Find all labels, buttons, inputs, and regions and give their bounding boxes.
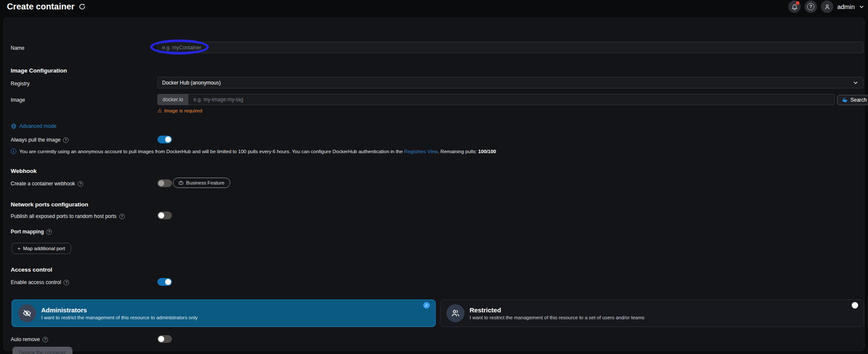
card-title: Restricted [470,306,645,314]
image-input[interactable] [188,94,835,105]
card-description: I want to restrict the management of thi… [470,315,645,320]
help-tooltip-icon[interactable]: ? [63,280,69,285]
map-additional-port-button[interactable]: + Map additional port [12,243,71,254]
card-text: Administrators I want to restrict the ma… [41,306,198,320]
auto-remove-toggle[interactable] [157,335,172,343]
create-webhook-toggle [157,179,172,187]
registry-label: Registry [11,81,30,87]
eye-slash-avatar [18,304,36,322]
user-avatar-button[interactable] [821,0,833,13]
eye-slash-icon [22,309,32,318]
publish-all-ports-toggle[interactable] [157,212,172,219]
publish-all-ports-label: Publish all exposed ports to random host… [11,213,125,219]
help-icon: ? [807,3,814,10]
globe-icon [11,123,17,129]
toggle-knob [158,212,164,218]
registry-select[interactable]: Docker Hub (anonymous) [157,77,863,88]
enable-access-control-label: Enable access control ? [11,279,69,285]
image-registry-prefix: docker.io [157,94,188,105]
notification-dot [796,1,799,5]
briefcase-icon [178,180,184,185]
port-mapping-label: Port mapping ? [11,229,52,235]
notice-text: You are currently using an anonymous acc… [19,149,404,154]
network-ports-heading: Network ports configuration [11,201,88,208]
page-title: Create container [7,2,86,12]
page: Create container ? admin [0,0,868,354]
username[interactable]: admin [837,3,855,10]
access-control-heading: Access control [11,266,52,273]
image-configuration-heading: Image Configuration [11,67,67,74]
image-required-error: ⚠ Image is required [157,108,202,114]
help-tooltip-icon[interactable]: ? [42,337,48,342]
help-tooltip-icon[interactable]: ? [119,214,125,219]
notice-text-2: . Remaining pulls: [438,149,479,154]
enable-access-control-toggle[interactable] [157,278,172,286]
webhook-heading: Webhook [11,168,37,174]
image-label: Image [11,97,25,103]
pull-limit-notice: i You are currently using an anonymous a… [11,148,496,154]
chevron-down-icon [853,80,859,86]
name-label: Name [11,45,24,51]
always-pull-toggle[interactable] [157,136,172,143]
toggle-knob [165,136,171,142]
deploy-container-button[interactable]: Deploy the container [12,347,72,354]
user-icon [824,3,831,10]
users-avatar [446,304,464,322]
image-input-group: docker.io [157,94,835,105]
help-button[interactable]: ? [805,0,817,13]
registry-selected-value: Docker Hub (anonymous) [162,80,221,86]
always-pull-label: Always pull the image ? [11,137,69,143]
page-title-text: Create container [7,2,75,12]
toggle-knob [165,279,171,285]
docker-whale-icon [842,97,848,103]
plus-icon: + [18,246,21,251]
topbar: ? admin [788,0,865,13]
remaining-pulls-value: 100/100 [478,149,496,154]
users-icon [451,309,460,318]
create-container-form-panel: Name Image Configuration Registry Docker… [3,18,865,351]
toggle-knob [158,180,164,186]
access-option-restricted[interactable]: Restricted I want to restrict the manage… [440,300,864,327]
unselected-radio-icon[interactable] [852,302,858,309]
card-text: Restricted I want to restrict the manage… [470,306,645,320]
notifications-button[interactable] [788,0,801,13]
warning-icon: ⚠ [157,108,162,114]
help-tooltip-icon[interactable]: ? [78,181,83,187]
card-description: I want to restrict the management of thi… [41,315,198,320]
image-search-button[interactable]: Search [837,95,868,105]
registries-view-link[interactable]: Registries View [404,149,437,154]
selected-check-icon: ✓ [423,302,430,309]
info-icon: i [11,148,16,154]
refresh-icon[interactable] [78,3,86,10]
auto-remove-label: Auto remove ? [11,336,48,342]
access-option-administrators[interactable]: Administrators I want to restrict the ma… [12,300,436,327]
create-webhook-label: Create a container webhook ? [11,181,83,187]
name-input[interactable] [157,42,863,53]
help-tooltip-icon[interactable]: ? [63,137,69,143]
card-title: Administrators [41,306,198,314]
chevron-down-icon[interactable] [859,4,865,10]
help-tooltip-icon[interactable]: ? [46,229,52,235]
business-feature-badge: Business Feature [173,178,230,188]
toggle-knob [158,336,164,342]
advanced-mode-link[interactable]: Advanced mode [11,123,57,129]
